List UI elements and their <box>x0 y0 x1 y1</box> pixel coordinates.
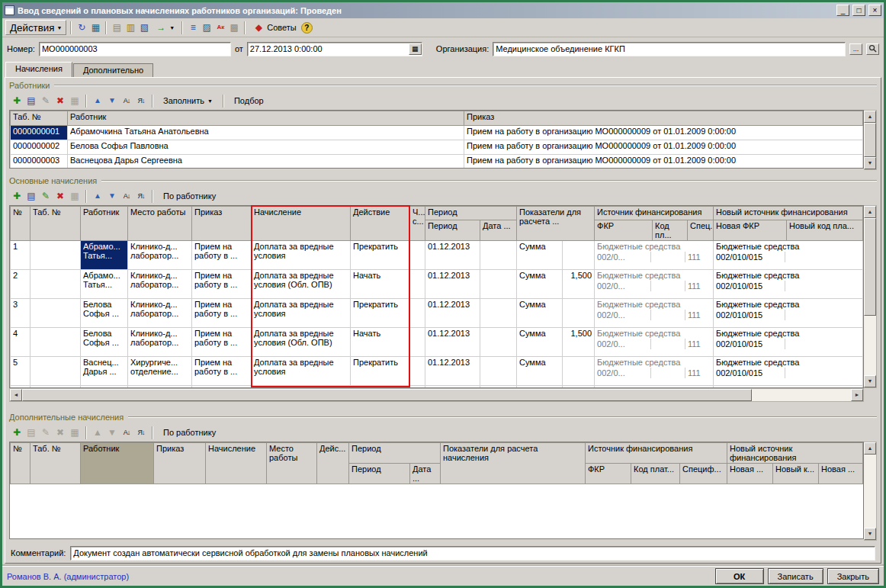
ok-button[interactable]: ОК <box>715 568 764 584</box>
edit-row-icon[interactable]: ✎ <box>40 95 52 107</box>
table-row[interactable]: 6 Васнец... Хирургиче... Прием на ... До… <box>11 386 863 389</box>
cell-tab[interactable] <box>30 299 81 328</box>
table-row[interactable]: 0000000002 Белова Софья Павловна Прием н… <box>11 140 863 155</box>
cell-place[interactable]: Клинико-д... лаборатор... <box>128 328 192 357</box>
cell-hours[interactable] <box>410 357 425 386</box>
cell-worker[interactable]: Белова Софья ... <box>81 299 128 328</box>
add-row-icon[interactable]: ✚ <box>11 190 23 202</box>
organization-search-button[interactable] <box>866 43 879 55</box>
cell-tab[interactable] <box>30 357 81 386</box>
cell-order[interactable]: Прием на ... <box>192 386 252 389</box>
copy-document-icon[interactable]: ▤ <box>111 21 123 34</box>
cell-action[interactable]: Начать <box>351 328 410 357</box>
cell-tab[interactable]: 0000000001 <box>11 126 68 140</box>
cell-indicator[interactable]: Сумма <box>517 241 563 270</box>
delete-row-icon[interactable]: ✖ <box>54 95 66 107</box>
cell-accrual[interactable]: Доплата за вредные условия (Обл. ОПВ) <box>252 270 351 299</box>
cell-period[interactable]: 01.12.2013 <box>425 299 480 328</box>
cell-hours[interactable] <box>410 270 425 299</box>
cell-value[interactable]: 1,500 <box>563 270 595 299</box>
scroll-thumb[interactable] <box>864 123 876 157</box>
cell-worker[interactable]: Васнец... <box>81 386 128 389</box>
table-row[interactable]: 1 Абрамо... Татья... Клинико-д... лабора… <box>11 241 863 270</box>
scroll-left-icon[interactable]: ◄ <box>10 389 22 401</box>
post-document-icon[interactable]: ▧ <box>138 21 150 34</box>
copy-row-icon[interactable]: ▤ <box>25 426 37 439</box>
table-row[interactable]: 3 Белова Софья ... Клинико-д... лаборато… <box>11 299 863 328</box>
pick-button[interactable]: Подбор <box>229 95 269 107</box>
cell-period[interactable]: 01.12.2013 <box>425 328 480 357</box>
cell-num[interactable]: 3 <box>11 299 30 328</box>
table-row[interactable]: 0000000001 Абрамочкина Татьяна Анатольев… <box>11 126 863 140</box>
copy-row-icon[interactable]: ▤ <box>25 190 37 202</box>
cell-action[interactable]: Прекратить <box>351 357 410 386</box>
reread-icon[interactable]: ↻ <box>75 21 88 34</box>
cell-indicator[interactable]: Сумма <box>517 357 563 386</box>
cell-fin-source[interactable]: Бюджетные средства 002/0...111 <box>595 299 714 328</box>
cell-tab[interactable] <box>30 386 81 389</box>
cell-value[interactable]: 1,500 <box>563 386 595 389</box>
organization-select-button[interactable]: ... <box>849 43 862 55</box>
by-worker-button[interactable]: По работнику <box>158 426 221 439</box>
cell-new-fin-source[interactable]: Бюджетные средства 002/010/015 <box>714 241 863 270</box>
cell-tab[interactable] <box>30 328 81 357</box>
document-movements-icon[interactable]: ≡ <box>187 21 199 34</box>
cell-place[interactable]: Хирургиче... <box>128 386 192 389</box>
cell-place[interactable]: Клинико-д... лаборатор... <box>128 270 192 299</box>
cell-accrual[interactable]: Доплата за вредные условия <box>252 241 351 270</box>
cell-action[interactable]: Прекратить <box>351 241 410 270</box>
cell-worker[interactable]: Абрамо... Татья... <box>81 270 128 299</box>
delete-row-icon[interactable]: ✖ <box>54 190 66 202</box>
cell-action[interactable]: Прекратить <box>351 299 410 328</box>
cell-accrual[interactable]: Доплата за вредные условия <box>252 357 351 386</box>
sort-asc-icon[interactable]: А↓ <box>120 190 133 202</box>
cell-period[interactable]: 01.12.2013 <box>425 357 480 386</box>
cell-num[interactable]: 2 <box>11 270 30 299</box>
cell-worker[interactable]: Белова Софья Павловна <box>68 140 464 155</box>
cell-tab[interactable]: 0000000003 <box>11 155 68 169</box>
cell-date[interactable] <box>480 241 517 270</box>
scroll-track[interactable] <box>864 123 876 157</box>
add-row-icon[interactable]: ✚ <box>11 95 23 107</box>
main-horizontal-scrollbar[interactable]: ◄ ► <box>9 388 864 402</box>
cell-hours[interactable] <box>410 241 425 270</box>
cell-fin-source[interactable]: Бюджетные средства 002/0...111 <box>595 328 714 357</box>
cell-order[interactable]: Прием на работу в ... <box>192 241 252 270</box>
scroll-right-icon[interactable]: ► <box>851 389 863 401</box>
cell-period[interactable]: 01.12.2013 <box>425 386 480 389</box>
scroll-down-icon[interactable]: ▼ <box>864 157 876 169</box>
scroll-track[interactable] <box>22 389 851 401</box>
tab-accruals[interactable]: Начисления <box>5 62 72 77</box>
organization-input[interactable] <box>493 42 846 56</box>
cell-worker[interactable]: Абрамочкина Татьяна Анатольевна <box>68 126 464 140</box>
cell-fin-source[interactable]: Бюджетные средства 002/0...111 <box>595 357 714 386</box>
cell-order[interactable]: Прием на работу в ... <box>192 270 252 299</box>
cell-hours[interactable] <box>410 299 425 328</box>
scroll-down-icon[interactable]: ▼ <box>864 375 876 387</box>
cell-date[interactable] <box>480 357 517 386</box>
copy-row-icon[interactable]: ▤ <box>25 95 37 107</box>
print-icon[interactable]: ▩ <box>228 21 240 34</box>
sort-asc-icon[interactable]: А↓ <box>120 426 133 439</box>
cell-worker[interactable]: Белова Софья ... <box>81 328 128 357</box>
sort-desc-icon[interactable]: Я↓ <box>135 95 147 107</box>
table-row[interactable]: 5 Васнец... Дарья ... Хирургиче... отдел… <box>11 357 863 386</box>
scroll-down-icon[interactable]: ▼ <box>864 528 876 540</box>
cell-accrual[interactable]: Доплата за вредные условия <box>252 299 351 328</box>
sort-desc-icon[interactable]: Я↓ <box>135 426 147 439</box>
cell-tab[interactable] <box>30 270 81 299</box>
cell-period[interactable]: 01.12.2013 <box>425 270 480 299</box>
additional-vertical-scrollbar[interactable]: ▲ ▼ <box>864 442 877 541</box>
cell-action[interactable]: Начать <box>351 386 410 389</box>
calendar-button[interactable]: ▦ <box>409 43 422 55</box>
cell-order[interactable]: Прием на работу в организацию МО00000000… <box>464 126 863 140</box>
actions-menu-button[interactable]: Действия ▼ <box>5 20 66 35</box>
grid-settings-icon[interactable]: ▦ <box>69 95 81 107</box>
edit-row-icon[interactable]: ✎ <box>40 426 52 439</box>
cell-worker[interactable]: Абрамо... Татья... <box>81 241 128 270</box>
cell-date[interactable] <box>480 270 517 299</box>
cell-date[interactable] <box>480 299 517 328</box>
tips-button[interactable]: ◆ Советы <box>249 20 299 35</box>
edit-row-icon[interactable]: ✎ <box>40 190 52 202</box>
scroll-up-icon[interactable]: ▲ <box>864 206 876 218</box>
